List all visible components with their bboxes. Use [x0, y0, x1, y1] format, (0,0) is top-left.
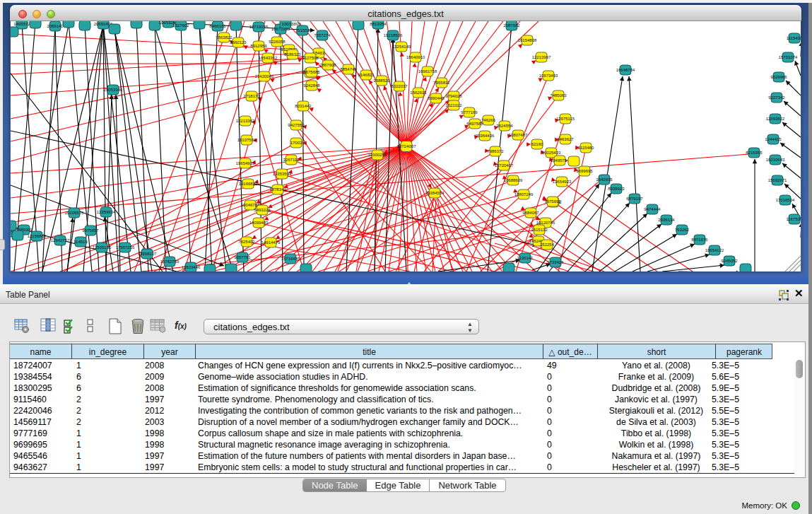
svg-text:23420046: 23420046: [255, 74, 274, 78]
svg-text:13353594: 13353594: [273, 172, 292, 176]
svg-text:19218506: 19218506: [384, 33, 403, 37]
svg-text:9227342: 9227342: [768, 95, 785, 100]
svg-text:9146821: 9146821: [358, 73, 375, 77]
svg-text:8031442: 8031442: [295, 104, 312, 108]
svg-text:13654923: 13654923: [553, 180, 572, 184]
svg-text:20206576: 20206576: [65, 211, 84, 215]
svg-text:7955812: 7955812: [433, 81, 450, 85]
svg-text:12505135: 12505135: [93, 245, 112, 250]
svg-text:8466161: 8466161: [209, 24, 226, 28]
svg-text:13254149: 13254149: [392, 45, 411, 49]
svg-text:1244415: 1244415: [765, 137, 782, 141]
svg-text:1588520: 1588520: [373, 78, 390, 83]
svg-text:7485063: 7485063: [550, 93, 567, 98]
svg-text:8322037: 8322037: [391, 84, 408, 88]
svg-text:9794028: 9794028: [445, 94, 462, 98]
svg-text:8186323: 8186323: [284, 52, 301, 57]
svg-text:17016504: 17016504: [776, 198, 795, 202]
svg-text:14099483: 14099483: [249, 221, 269, 225]
svg-text:14914479: 14914479: [261, 240, 281, 245]
svg-text:746266: 746266: [481, 118, 496, 122]
svg-text:10719155: 10719155: [249, 25, 269, 29]
svg-text:763262: 763262: [675, 228, 690, 232]
svg-text:15720407: 15720407: [495, 163, 514, 168]
svg-text:7986372: 7986372: [487, 149, 504, 153]
svg-text:2069140: 2069140: [47, 24, 64, 28]
svg-text:7975692: 7975692: [544, 199, 561, 204]
svg-text:1562615: 1562615: [410, 90, 427, 95]
svg-text:10688609: 10688609: [504, 178, 523, 182]
svg-text:12359934: 12359934: [97, 210, 116, 214]
svg-text:7663822: 7663822: [216, 35, 233, 40]
svg-text:114519: 114519: [73, 240, 88, 244]
svg-text:12975115: 12975115: [556, 117, 575, 121]
svg-text:1136141: 1136141: [517, 256, 534, 260]
svg-text:9115460: 9115460: [578, 146, 595, 150]
svg-text:8215955: 8215955: [746, 151, 763, 155]
svg-text:9777169: 9777169: [461, 110, 478, 115]
svg-text:62160: 62160: [531, 142, 543, 146]
svg-text:9975857: 9975857: [82, 228, 99, 233]
svg-text:9242848: 9242848: [303, 83, 320, 88]
svg-text:12213363: 12213363: [236, 119, 255, 123]
svg-text:10654122: 10654122: [705, 248, 724, 252]
svg-text:9427552: 9427552: [288, 123, 305, 127]
svg-text:10973493: 10973493: [539, 74, 558, 78]
svg-text:10025433: 10025433: [542, 151, 561, 155]
svg-text:16782759: 16782759: [160, 259, 180, 264]
svg-text:12093822: 12093822: [766, 117, 785, 121]
svg-text:18724007: 18724007: [396, 144, 416, 148]
svg-text:1527602: 1527602: [172, 23, 189, 28]
svg-text:12156869: 12156869: [28, 234, 47, 238]
svg-text:1167534: 1167534: [787, 217, 801, 221]
svg-text:23300295: 23300295: [368, 153, 387, 157]
svg-text:1733426: 1733426: [547, 260, 564, 264]
svg-text:5493222: 5493222: [254, 208, 271, 212]
svg-text:2935134: 2935134: [658, 218, 675, 222]
svg-text:1640935: 1640935: [596, 177, 613, 182]
svg-text:751552: 751552: [295, 28, 310, 33]
svg-text:16648784: 16648784: [616, 68, 635, 72]
svg-text:10033809: 10033809: [281, 21, 301, 26]
svg-text:19166823: 19166823: [239, 182, 258, 186]
svg-text:16120746: 16120746: [536, 221, 555, 225]
svg-text:9474444: 9474444: [644, 207, 661, 211]
svg-text:15716485: 15716485: [281, 257, 300, 261]
svg-text:12942757: 12942757: [51, 238, 70, 243]
svg-text:1115438: 1115438: [787, 36, 801, 40]
svg-text:15692971: 15692971: [768, 178, 787, 182]
svg-text:9463627: 9463627: [557, 137, 574, 141]
svg-text:9127508: 9127508: [302, 56, 319, 60]
svg-text:7357274: 7357274: [314, 33, 331, 37]
svg-text:16107562: 16107562: [237, 138, 257, 142]
svg-text:13495754: 13495754: [551, 158, 570, 163]
svg-text:18807249: 18807249: [514, 192, 534, 197]
svg-text:9529966: 9529966: [770, 75, 787, 79]
svg-text:9657791: 9657791: [234, 255, 251, 259]
svg-text:252254: 252254: [540, 243, 555, 247]
svg-text:12823446: 12823446: [182, 265, 201, 269]
svg-text:16210643: 16210643: [766, 158, 785, 162]
svg-text:8813054: 8813054: [370, 22, 387, 26]
svg-text:20364436: 20364436: [476, 134, 495, 138]
svg-text:8854749: 8854749: [340, 67, 357, 71]
svg-text:17003: 17003: [290, 141, 302, 145]
svg-text:9684067: 9684067: [522, 211, 539, 215]
svg-text:3267110: 3267110: [283, 158, 300, 162]
svg-text:9699695: 9699695: [576, 169, 593, 173]
svg-text:7625402: 7625402: [238, 240, 255, 244]
svg-text:8471676: 8471676: [691, 238, 708, 242]
svg-text:15751074: 15751074: [779, 55, 798, 59]
svg-text:8660123: 8660123: [230, 40, 247, 45]
svg-text:3624554: 3624554: [496, 124, 513, 128]
svg-text:1621022: 1621022: [445, 103, 462, 107]
svg-text:2087682: 2087682: [503, 23, 520, 28]
svg-text:8675685: 8675685: [303, 70, 320, 74]
svg-text:29053346: 29053346: [104, 88, 123, 92]
svg-text:19384554: 19384554: [425, 191, 445, 195]
svg-text:16543362: 16543362: [259, 56, 278, 60]
svg-text:1405572: 1405572: [13, 22, 30, 26]
svg-text:8990448: 8990448: [428, 96, 445, 100]
svg-text:9245052: 9245052: [721, 259, 738, 263]
svg-text:19654933: 19654933: [236, 161, 255, 165]
